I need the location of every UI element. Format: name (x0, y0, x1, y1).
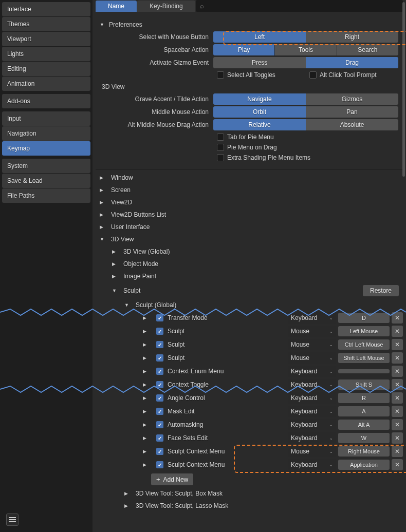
tree-tool-box[interactable]: ▶3D View Tool: Sculpt, Box Mask (100, 487, 403, 500)
keymap-delete-button[interactable]: ✕ (392, 419, 403, 430)
tree-tool-lasso[interactable]: ▶3D View Tool: Sculpt, Lasso Mask (100, 500, 403, 512)
keymap-delete-button[interactable]: ✕ (392, 366, 403, 377)
mmb-pan-button[interactable]: Pan (306, 106, 398, 118)
spacebar-tools-button[interactable]: Tools (274, 44, 337, 55)
chevron-right-icon[interactable]: ▶ (143, 395, 150, 401)
alt-click-checkbox[interactable] (309, 71, 317, 79)
tree-view3d[interactable]: ▼3D View (100, 233, 403, 245)
keymap-enable-checkbox[interactable] (156, 461, 163, 468)
tree-screen[interactable]: ▶Screen (100, 184, 403, 196)
keymap-input-select[interactable]: Keyboard⌄ (288, 392, 336, 404)
keymap-input-select[interactable]: Mouse⌄ (288, 446, 336, 457)
select-right-button[interactable]: Right (306, 31, 398, 43)
keymap-enable-checkbox[interactable] (156, 341, 163, 348)
scrollbar[interactable] (402, 2, 405, 177)
keymap-enable-checkbox[interactable] (156, 421, 163, 428)
keymap-key-button[interactable]: Left Mouse (338, 326, 390, 336)
keymap-input-select[interactable]: Mouse⌄ (288, 339, 336, 350)
sidebar-item-editing[interactable]: Editing (2, 62, 90, 76)
sidebar-item-animation[interactable]: Animation (2, 77, 90, 91)
tree-view2d[interactable]: ▶View2D (100, 196, 403, 208)
keymap-enable-checkbox[interactable] (156, 368, 163, 375)
keymap-delete-button[interactable]: ✕ (392, 432, 403, 444)
select-all-toggles-checkbox[interactable] (217, 71, 224, 79)
gizmo-drag-button[interactable]: Drag (306, 57, 398, 68)
alt-mmb-relative-button[interactable]: Relative (213, 119, 306, 130)
keymap-key-button[interactable]: Application (338, 460, 390, 470)
chevron-right-icon[interactable]: ▶ (143, 449, 150, 454)
chevron-right-icon[interactable]: ▶ (143, 355, 150, 360)
keymap-delete-button[interactable]: ✕ (392, 326, 403, 337)
spacebar-search-button[interactable]: Search (337, 44, 398, 55)
keymap-input-select[interactable]: Mouse⌄ (288, 326, 336, 337)
keymap-key-button[interactable]: A (338, 406, 390, 416)
keymap-input-select[interactable]: Keyboard⌄ (288, 366, 336, 377)
tab-name[interactable]: Name (96, 1, 137, 12)
pie-drag-checkbox[interactable] (217, 144, 224, 151)
sidebar-item-lights[interactable]: Lights (2, 47, 90, 61)
sidebar-item-save-load[interactable]: Save & Load (2, 174, 90, 188)
chevron-right-icon[interactable]: ▶ (143, 462, 150, 467)
keymap-enable-checkbox[interactable] (156, 448, 163, 455)
chevron-right-icon[interactable]: ▶ (143, 342, 150, 347)
keymap-key-button[interactable]: Alt A (338, 420, 390, 430)
tab-key-binding[interactable]: Key-Binding (137, 1, 195, 12)
keymap-enable-checkbox[interactable] (156, 328, 163, 335)
keymap-delete-button[interactable]: ✕ (392, 339, 403, 350)
alt-mmb-absolute-button[interactable]: Absolute (306, 119, 398, 130)
chevron-right-icon[interactable]: ▶ (143, 435, 150, 441)
spacebar-play-button[interactable]: Play (213, 44, 274, 55)
chevron-right-icon[interactable]: ▶ (143, 422, 150, 427)
add-new-button[interactable]: +Add New (151, 473, 193, 485)
tree-view3d_global[interactable]: ▶3D View (Global) (100, 245, 403, 258)
sidebar-item-input[interactable]: Input (2, 111, 90, 126)
keymap-key-button[interactable]: Shift Left Mouse (338, 353, 390, 363)
keymap-delete-button[interactable]: ✕ (392, 446, 403, 457)
sidebar-item-add-ons[interactable]: Add-ons (2, 94, 90, 108)
keymap-key-button[interactable] (338, 369, 390, 373)
sidebar-item-viewport[interactable]: Viewport (2, 32, 90, 46)
mmb-orbit-button[interactable]: Orbit (213, 106, 306, 118)
keymap-delete-button[interactable]: ✕ (392, 352, 403, 364)
select-left-button[interactable]: Left (213, 31, 306, 43)
keymap-enable-checkbox[interactable] (156, 408, 163, 415)
keymap-input-select[interactable]: Mouse⌄ (288, 352, 336, 364)
restore-button[interactable]: Restore (363, 285, 399, 296)
tree-object_mode[interactable]: ▶Object Mode (100, 258, 403, 270)
sidebar-item-system[interactable]: System (2, 159, 90, 173)
hamburger-menu-button[interactable] (6, 514, 19, 526)
sidebar-item-file-paths[interactable]: File Paths (2, 188, 90, 203)
extra-shading-checkbox[interactable] (217, 154, 224, 161)
tree-view2d_buttons[interactable]: ▶View2D Buttons List (100, 208, 403, 221)
keymap-input-select[interactable]: Keyboard⌄ (288, 432, 336, 444)
keymap-key-button[interactable]: W (338, 433, 390, 443)
sidebar-item-themes[interactable]: Themes (2, 17, 90, 31)
tree-window[interactable]: ▶Window (100, 172, 403, 184)
keymap-delete-button[interactable]: ✕ (392, 392, 403, 404)
keymap-input-select[interactable]: Keyboard⌄ (288, 459, 336, 470)
gizmo-press-button[interactable]: Press (213, 57, 306, 68)
search-input[interactable]: ⌕ (196, 0, 403, 12)
chevron-right-icon[interactable]: ▶ (143, 329, 150, 334)
sidebar-item-interface[interactable]: Interface (2, 2, 90, 16)
keymap-input-select[interactable]: Keyboard⌄ (288, 419, 336, 430)
keymap-key-button[interactable]: R (338, 393, 390, 403)
sidebar-item-keymap[interactable]: Keymap (2, 141, 90, 156)
tree-ui[interactable]: ▶User Interface (100, 221, 403, 233)
sidebar-item-navigation[interactable]: Navigation (2, 126, 90, 141)
keymap-input-select[interactable]: Keyboard⌄ (288, 406, 336, 417)
chevron-right-icon[interactable]: ▶ (143, 409, 150, 414)
keymap-key-button[interactable]: Ctrl Left Mouse (338, 339, 390, 350)
keymap-delete-button[interactable]: ✕ (392, 459, 403, 470)
tab-pie-checkbox[interactable] (217, 134, 224, 141)
preferences-header[interactable]: ▼ Preferences (100, 18, 399, 31)
chevron-right-icon[interactable]: ▶ (143, 369, 150, 374)
tree-sculpt[interactable]: ▼SculptRestore (100, 282, 403, 299)
tree-image_paint[interactable]: ▶Image Paint (100, 270, 403, 282)
grave-gizmos-button[interactable]: Gizmos (306, 93, 398, 105)
grave-navigate-button[interactable]: Navigate (213, 93, 306, 105)
keymap-enable-checkbox[interactable] (156, 354, 163, 362)
keymap-enable-checkbox[interactable] (156, 434, 163, 442)
keymap-enable-checkbox[interactable] (156, 394, 163, 402)
keymap-key-button[interactable]: Right Mouse (338, 446, 390, 457)
